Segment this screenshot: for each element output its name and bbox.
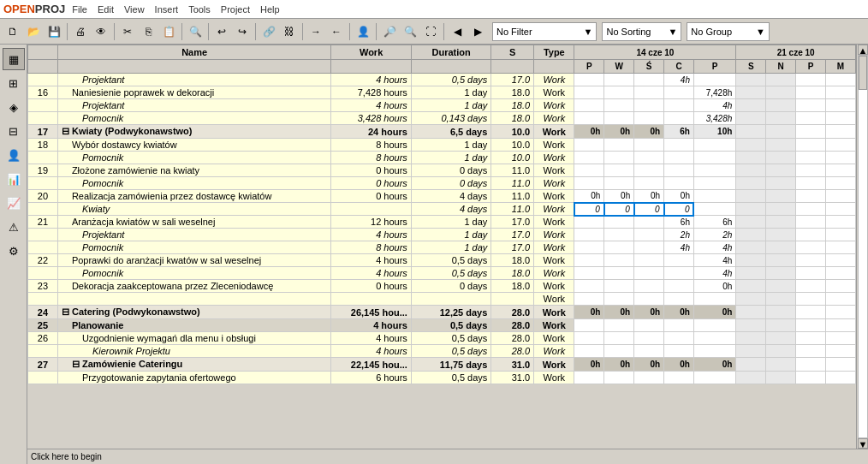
gantt-cell [634, 372, 664, 384]
gantt-cell: 0h [664, 306, 694, 319]
print-button[interactable]: 🖨 [71, 22, 90, 41]
cut-button[interactable]: ✂ [118, 22, 137, 41]
cell-name: Planowanie [57, 319, 331, 332]
gantt-cell [796, 293, 826, 306]
cell-id [28, 372, 58, 384]
sidebar-reports-btn[interactable]: 📈 [3, 192, 25, 214]
find-button[interactable]: 🔍 [186, 22, 205, 41]
gantt-cell[interactable]: 0 [604, 203, 634, 216]
gantt-cell [604, 112, 634, 125]
scroll-down[interactable]: ▼ [858, 438, 868, 449]
gantt-cell [634, 99, 664, 112]
group-label: No Group [691, 27, 732, 37]
zoom-fit-button[interactable]: ⛶ [421, 22, 440, 41]
gantt-cell [574, 152, 604, 164]
sidebar-tracking-btn[interactable]: 📊 [3, 168, 25, 190]
preview-button[interactable]: 👁 [92, 22, 110, 41]
gantt-cell [825, 319, 855, 332]
cell-duration: 0 days [411, 164, 490, 177]
gantt-cell [736, 293, 766, 306]
copy-button[interactable]: ⎘ [139, 22, 158, 41]
gantt-cell [634, 164, 664, 177]
zoom-in-button[interactable]: 🔎 [380, 22, 399, 41]
gantt-cell [736, 139, 766, 152]
resources-button[interactable]: 👤 [354, 22, 372, 41]
undo-button[interactable]: ↩ [212, 22, 231, 41]
indent-button[interactable]: → [306, 22, 325, 41]
menu-tools[interactable]: Tools [188, 4, 211, 15]
gantt-cell[interactable] [766, 203, 796, 216]
gantt-cell [634, 319, 664, 332]
gantt-cell[interactable]: 0 [664, 203, 694, 216]
sidebar-gantt-btn[interactable]: ▦ [3, 48, 25, 70]
group-dropdown[interactable]: No Group ▼ [687, 22, 770, 41]
cell-work [331, 293, 411, 306]
cell-id [28, 112, 58, 125]
day-header-duration [411, 60, 490, 74]
gantt-cell [736, 267, 766, 280]
cell-work: 12 hours [331, 216, 411, 229]
gantt-cell[interactable] [796, 203, 826, 216]
menu-insert[interactable]: Insert [155, 4, 179, 15]
new-button[interactable]: 🗋 [3, 22, 22, 41]
menu-view[interactable]: View [124, 4, 145, 15]
gantt-cell [825, 152, 855, 164]
cell-duration: 1 day [411, 229, 490, 241]
table-row: 18Wybór dostawcy kwiatów8 hours1 day10.0… [28, 139, 856, 152]
zoom-out-button[interactable]: 🔍 [401, 22, 419, 41]
scroll-up[interactable]: ▲ [858, 45, 868, 55]
cell-start: 28.0 [491, 306, 534, 319]
cell-id [28, 293, 58, 306]
gantt-cell[interactable]: 0 [634, 203, 664, 216]
cell-work: 8 hours [331, 152, 411, 164]
sidebar-view2-btn[interactable]: ⊞ [3, 72, 25, 94]
table-row: 21Aranżacja kwiatów w sali weselnej12 ho… [28, 216, 856, 229]
save-button[interactable]: 💾 [45, 22, 63, 41]
gantt-cell [766, 267, 796, 280]
gantt-cell [604, 372, 634, 384]
cell-type: Work [534, 203, 574, 216]
gantt-cell: 0h [574, 358, 604, 372]
filter-dropdown[interactable]: No Filter ▼ [492, 22, 597, 41]
menu-edit[interactable]: Edit [98, 4, 114, 15]
prev-button[interactable]: ◀ [448, 22, 467, 41]
cell-id: 20 [28, 190, 58, 203]
sorting-dropdown[interactable]: No Sorting ▼ [602, 22, 681, 41]
menu-help[interactable]: Help [260, 4, 280, 15]
table-row: Projektant4 hours0,5 days17.0Work4h [28, 74, 856, 86]
gantt-cell[interactable] [736, 203, 766, 216]
sidebar-misc-btn[interactable]: ⚙ [3, 240, 25, 262]
next-button[interactable]: ▶ [468, 22, 487, 41]
vertical-scrollbar[interactable]: ▲ ▼ [856, 45, 868, 449]
cell-work: 8 hours [331, 139, 411, 152]
gantt-cell [574, 372, 604, 384]
header-duration: Duration [411, 45, 490, 60]
menu-project[interactable]: Project [221, 4, 250, 15]
outdent-button[interactable]: ← [327, 22, 346, 41]
sidebar-resource-btn[interactable]: 👤 [3, 144, 25, 166]
gantt-cell[interactable] [825, 203, 855, 216]
menu-file[interactable]: File [72, 4, 87, 15]
paste-button[interactable]: 📋 [159, 22, 178, 41]
sidebar-wbs-btn[interactable]: ⊟ [3, 120, 25, 142]
cell-type: Work [534, 86, 574, 99]
gantt-cell[interactable] [693, 203, 735, 216]
redo-button[interactable]: ↪ [233, 22, 252, 41]
cell-name: Naniesienie poprawek w dekoracji [57, 86, 331, 99]
gantt-cell [664, 112, 694, 125]
unlink-button[interactable]: ⛓ [280, 22, 299, 41]
link-button[interactable]: 🔗 [259, 22, 278, 41]
cell-work: 24 hours [331, 125, 411, 139]
scroll-thumb[interactable] [859, 56, 867, 90]
gantt-cell [574, 112, 604, 125]
gantt-cell [796, 372, 826, 384]
scroll-track[interactable] [858, 55, 868, 438]
open-button[interactable]: 📂 [24, 22, 43, 41]
table-scroll[interactable]: Name Work Duration S Type 14 cze 10 21 c… [27, 45, 856, 449]
sidebar-network-btn[interactable]: ◈ [3, 96, 25, 118]
day-P1: P [574, 60, 604, 74]
sidebar-risk-btn[interactable]: ⚠ [3, 216, 25, 238]
gantt-cell[interactable]: 0 [574, 203, 604, 216]
cell-start: 11.0 [491, 203, 534, 216]
cell-work: 0 hours [331, 190, 411, 203]
